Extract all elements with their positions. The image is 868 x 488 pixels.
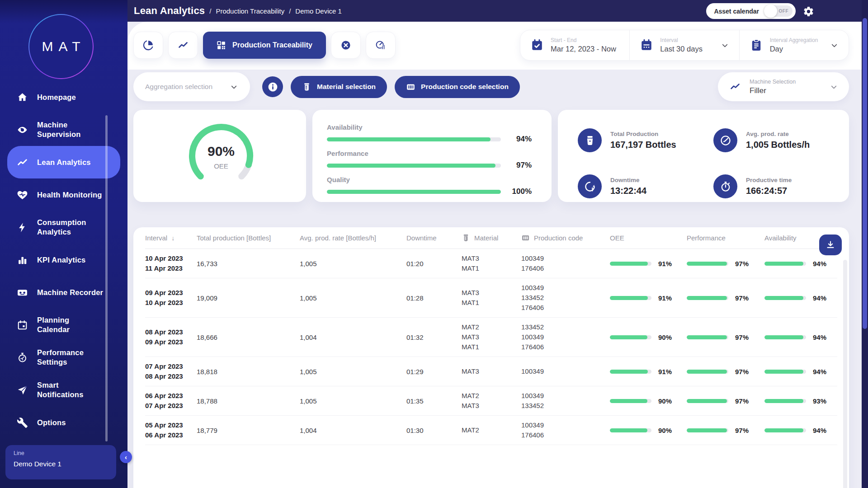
table-row[interactable]: 06 Apr 202307 Apr 2023 18,788 1,005 01:3… xyxy=(145,386,837,416)
selector-interval-aggregation[interactable]: Interval Aggregation Day xyxy=(739,30,849,60)
sidebar-item-options[interactable]: Options xyxy=(7,406,120,439)
sidebar-item-smart-notifications[interactable]: Smart Notifications xyxy=(7,374,120,406)
performance-bar-fill xyxy=(687,262,727,266)
column-header-production-code[interactable]: Production code xyxy=(521,234,610,242)
view-button-gauge-bars[interactable] xyxy=(366,32,396,59)
total-production-cell: 18,666 xyxy=(197,333,300,341)
page-scrollbar-track[interactable] xyxy=(862,0,868,488)
device-selector-label: Line xyxy=(14,450,108,456)
sidebar-item-machine-recorder[interactable]: Machine Recorder xyxy=(7,276,120,309)
asset-calendar-toggle[interactable]: OFF xyxy=(764,5,793,17)
selector-value: Mar 12, 2023 - Now xyxy=(551,45,616,53)
performance-bar-fill xyxy=(687,370,727,374)
sidebar-item-homepage[interactable]: Homepage xyxy=(7,81,120,113)
total-production-cell: 19,009 xyxy=(197,294,300,302)
view-button-pie[interactable] xyxy=(133,32,163,59)
sidebar-item-lean-analytics[interactable]: Lean Analytics xyxy=(7,146,120,178)
total-production-cell: 16,733 xyxy=(197,260,300,267)
production-code-selection-button[interactable]: Production code selection xyxy=(395,76,520,98)
table-scrollbar-track[interactable] xyxy=(843,260,847,488)
sidebar-item-planning-calendar[interactable]: Planning Calendar xyxy=(7,309,120,341)
table-row[interactable]: 05 Apr 202306 Apr 2023 18,779 1,004 01:3… xyxy=(145,416,837,445)
availability-cell: 94% xyxy=(764,260,837,267)
sidebar-collapse-button[interactable]: ‹ xyxy=(120,451,132,463)
selector-interval[interactable]: Interval Last 30 days xyxy=(629,30,739,60)
speedo-icon xyxy=(713,128,737,152)
sidebar-item-label: Health Monitoring xyxy=(37,190,102,200)
column-header-performance[interactable]: Performance xyxy=(687,234,764,242)
availability-bar-track xyxy=(764,399,806,403)
interval-cell: 05 Apr 202306 Apr 2023 xyxy=(145,420,197,440)
sidebar-item-health-monitoring[interactable]: Health Monitoring xyxy=(7,178,120,211)
performance-value: 97% xyxy=(735,368,749,375)
table-row[interactable]: 10 Apr 202311 Apr 2023 16,733 1,005 01:2… xyxy=(145,249,837,278)
chevron-down-icon xyxy=(721,41,729,50)
sidebar-item-performance-settings[interactable]: Performance Settings xyxy=(7,341,120,374)
material-selection-label: Material selection xyxy=(317,83,376,91)
info-button[interactable] xyxy=(262,76,283,97)
selector-label: Start - End xyxy=(551,37,616,43)
aggregation-select[interactable]: Aggregation selection xyxy=(133,72,250,101)
breadcrumb-separator: / xyxy=(289,7,291,15)
gauge-icon xyxy=(16,352,28,363)
column-header-label: Downtime xyxy=(406,234,437,242)
column-header-oee[interactable]: OEE xyxy=(610,234,687,242)
stat-label: Downtime xyxy=(610,177,646,183)
sidebar-scrollbar-thumb[interactable] xyxy=(105,115,108,441)
stat-label: Productive time xyxy=(746,177,792,183)
performance-cell: 97% xyxy=(687,294,764,302)
oee-bar-fill xyxy=(610,428,647,432)
page-scrollbar-thumb[interactable] xyxy=(863,18,867,329)
column-header-material[interactable]: Material xyxy=(462,234,521,242)
downtime-cell: 01:32 xyxy=(406,333,462,341)
settings-gear-icon[interactable] xyxy=(803,5,815,17)
trend-icon xyxy=(178,40,189,51)
calendar-fill-icon xyxy=(640,38,653,52)
downtime-icon xyxy=(578,174,602,198)
machine-selection-dropdown[interactable]: Machine Selection Filler xyxy=(718,72,849,101)
toggle-knob[interactable] xyxy=(764,5,777,18)
asset-calendar-pill: Asset calendar OFF xyxy=(706,3,796,19)
column-header-interval[interactable]: Interval↓ xyxy=(145,234,197,242)
metric-value: 94% xyxy=(508,135,532,144)
breadcrumb-separator: / xyxy=(209,7,211,15)
traceability-table-card: Interval↓Total production [Bottles]Avg. … xyxy=(133,227,849,488)
table-row[interactable]: 07 Apr 202308 Apr 2023 18,818 1,005 01:2… xyxy=(145,357,837,386)
availability-bar-fill xyxy=(764,335,803,339)
sidebar-item-machine-supervision[interactable]: Machine Supervision xyxy=(7,113,120,146)
x-circle-icon xyxy=(340,40,351,51)
table-row[interactable]: 08 Apr 202309 Apr 2023 18,666 1,004 01:3… xyxy=(145,318,837,357)
performance-value: 97% xyxy=(735,397,749,405)
avg-rate-cell: 1,005 xyxy=(300,368,406,375)
column-header-downtime[interactable]: Downtime xyxy=(406,234,462,242)
avg-rate-cell: 1,005 xyxy=(300,397,406,405)
column-header-label: Total production [Bottles] xyxy=(197,234,271,242)
table-row[interactable]: 09 Apr 202310 Apr 2023 19,009 1,005 01:2… xyxy=(145,278,837,318)
download-button[interactable] xyxy=(819,235,842,255)
material-icon xyxy=(302,82,311,92)
trend-icon xyxy=(16,156,28,168)
sidebar-item-consumption-analytics[interactable]: Consumption Analytics xyxy=(7,211,120,244)
column-header-label: OEE xyxy=(610,234,624,242)
production-stats-card: Total Production 167,197 Bottles Avg. pr… xyxy=(558,110,849,202)
metric-value: 97% xyxy=(508,161,532,170)
view-button-production-traceability[interactable]: Production Traceability xyxy=(203,32,326,59)
sidebar-item-kpi-analytics[interactable]: KPI Analytics xyxy=(7,244,120,276)
availability-bar-fill xyxy=(764,428,803,432)
table-header-row: Interval↓Total production [Bottles]Avg. … xyxy=(145,227,837,249)
material-selection-button[interactable]: Material selection xyxy=(291,76,387,98)
avg-rate-cell: 1,005 xyxy=(300,294,406,302)
view-button-x-circle[interactable] xyxy=(331,32,361,59)
column-header-avg-prod-rate-bottles-h-[interactable]: Avg. prod. rate [Bottles/h] xyxy=(300,234,406,242)
column-header-total-production-bottles-[interactable]: Total production [Bottles] xyxy=(197,234,300,242)
availability-cell: 94% xyxy=(764,333,837,341)
column-header-label: Production code xyxy=(534,234,583,242)
material-cell: MAT2MAT3 xyxy=(462,391,521,411)
view-button-trend[interactable] xyxy=(168,32,198,59)
device-selector-card[interactable]: Line Demo Device 1 xyxy=(5,445,116,479)
downtime-cell: 01:35 xyxy=(406,397,462,405)
selector-start-end[interactable]: Start - End Mar 12, 2023 - Now xyxy=(520,30,629,60)
pie-icon xyxy=(143,40,154,51)
selector-value: Last 30 days xyxy=(660,45,703,53)
performance-cell: 97% xyxy=(687,333,764,341)
